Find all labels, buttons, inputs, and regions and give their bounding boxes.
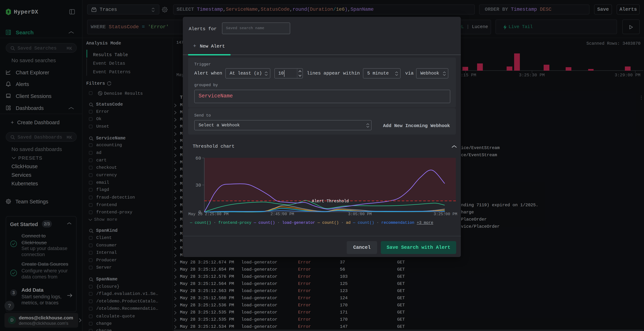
- svg-text:3:05:00 PM: 3:05:00 PM: [348, 212, 372, 216]
- svg-text:3:25:00 PM: 3:25:00 PM: [434, 212, 457, 216]
- svg-text:Alert Threshold: Alert Threshold: [312, 199, 349, 204]
- svg-text:30: 30: [196, 183, 201, 188]
- svg-text:May 28 2:25:00 PM: May 28 2:25:00 PM: [188, 212, 228, 216]
- svg-text:2:45:00 PM: 2:45:00 PM: [270, 212, 294, 216]
- svg-text:60: 60: [196, 156, 201, 161]
